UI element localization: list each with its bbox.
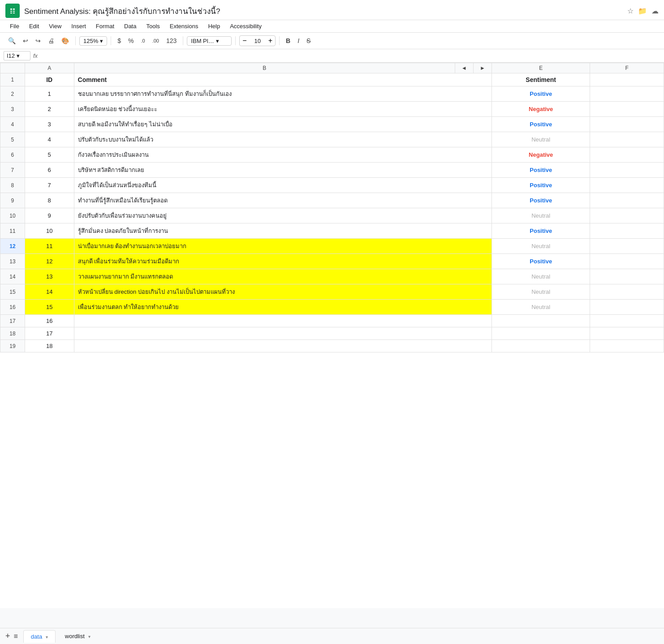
cell-f[interactable] xyxy=(590,340,664,352)
row-number[interactable]: 3 xyxy=(0,102,25,117)
table-row[interactable]: 98ทำงานที่นี่รู้สึกเหมือนได้เรียนรู้ตลอด… xyxy=(0,193,664,208)
cell-comment[interactable]: น่าเบื่อมากเลย ต้องทำงานนอกเวลาบ่อยมาก xyxy=(74,239,492,254)
font-size-decrease[interactable]: − xyxy=(240,36,249,46)
cell-f[interactable] xyxy=(590,223,664,239)
cell-sentiment[interactable]: Positive xyxy=(492,86,590,102)
cell-comment[interactable]: บริษัทฯ สวัสดิการดีมากเลย xyxy=(74,163,492,178)
cell-id[interactable]: 15 xyxy=(25,300,74,315)
cell-f[interactable] xyxy=(590,73,664,86)
cell-sentiment[interactable]: Neutral xyxy=(492,269,590,284)
cell-f[interactable] xyxy=(590,147,664,163)
formula-input[interactable] xyxy=(42,52,660,60)
row-number[interactable]: 14 xyxy=(0,269,25,284)
folder-icon[interactable]: 📁 xyxy=(638,7,647,15)
menu-help[interactable]: Help xyxy=(203,21,224,31)
cell-id[interactable]: 17 xyxy=(25,327,74,340)
table-row[interactable]: 1413วางแผนงานยากมาก มีงานแทรกตลอดNeutral xyxy=(0,269,664,284)
cell-f[interactable] xyxy=(590,254,664,269)
cell-f[interactable] xyxy=(590,300,664,315)
menu-format[interactable]: Format xyxy=(91,21,119,31)
cell-f[interactable] xyxy=(590,208,664,223)
row-number[interactable]: 12 xyxy=(0,239,25,254)
table-row[interactable]: 1615เพื่อนร่วมงานตลก ทำให้อยากทำงานด้วยN… xyxy=(0,300,664,315)
row-number[interactable]: 19 xyxy=(0,340,25,352)
table-row[interactable]: 1211น่าเบื่อมากเลย ต้องทำงานนอกเวลาบ่อยม… xyxy=(0,239,664,254)
col-header-arrow-left[interactable]: ◄ xyxy=(455,63,473,73)
table-row[interactable]: 87ภูมิใจที่ได้เป็นส่วนหนึ่งของทีมนี้Posi… xyxy=(0,178,664,193)
cell-comment[interactable] xyxy=(74,340,492,352)
cell-comment[interactable]: เพื่อนร่วมงานตลก ทำให้อยากทำงานด้วย xyxy=(74,300,492,315)
undo-button[interactable]: ↩ xyxy=(20,35,31,46)
cell-id[interactable]: 13 xyxy=(25,269,74,284)
menu-extensions[interactable]: Extensions xyxy=(165,21,203,31)
table-row[interactable]: 43สบายดี พอมีงานให้ทำเรื่อยๆ ไม่น่าเบื่อ… xyxy=(0,117,664,132)
cell-sentiment[interactable]: Positive xyxy=(492,223,590,239)
cell-sentiment[interactable]: Positive xyxy=(492,254,590,269)
cell-f[interactable] xyxy=(590,193,664,208)
star-icon[interactable]: ☆ xyxy=(627,7,634,15)
row-number[interactable]: 9 xyxy=(0,193,25,208)
number-format-button[interactable]: 123 xyxy=(164,35,179,46)
search-button[interactable]: 🔍 xyxy=(5,35,18,46)
menu-edit[interactable]: Edit xyxy=(25,21,43,31)
row-number[interactable]: 18 xyxy=(0,327,25,340)
zoom-selector[interactable]: 125% ▾ xyxy=(79,36,107,46)
cell-comment[interactable]: ทำงานที่นี่รู้สึกเหมือนได้เรียนรู้ตลอด xyxy=(74,193,492,208)
row-number[interactable]: 8 xyxy=(0,178,25,193)
table-row[interactable]: 32เครียดนิดหน่อย ช่วงนี้งานเยอะะNegative xyxy=(0,102,664,117)
table-row[interactable]: 1918 xyxy=(0,340,664,352)
cell-id[interactable]: 16 xyxy=(25,315,74,327)
cell-comment[interactable]: ภูมิใจที่ได้เป็นส่วนหนึ่งของทีมนี้ xyxy=(74,178,492,193)
cell-id[interactable]: 3 xyxy=(25,117,74,132)
row-number[interactable]: 4 xyxy=(0,117,25,132)
cell-comment[interactable]: ปรับตัวกับระบบงานใหม่ได้แล้ว xyxy=(74,132,492,147)
font-size-increase[interactable]: + xyxy=(266,36,275,46)
row-number[interactable]: 7 xyxy=(0,163,25,178)
menu-data[interactable]: Data xyxy=(120,21,141,31)
cell-comment[interactable]: สบายดี พอมีงานให้ทำเรื่อยๆ ไม่น่าเบื่อ xyxy=(74,117,492,132)
cell-sentiment[interactable]: Positive xyxy=(492,178,590,193)
cell-sentiment[interactable] xyxy=(492,327,590,340)
table-row[interactable]: 54ปรับตัวกับระบบงานใหม่ได้แล้วNeutral xyxy=(0,132,664,147)
cell-sentiment[interactable]: Sentiment xyxy=(492,73,590,86)
table-row[interactable]: 109ยังปรับตัวกับเพื่อนร่วมงานบางคนอยู่Ne… xyxy=(0,208,664,223)
cell-f[interactable] xyxy=(590,269,664,284)
row-number[interactable]: 17 xyxy=(0,315,25,327)
cell-id[interactable]: 18 xyxy=(25,340,74,352)
col-header-e[interactable]: E xyxy=(492,63,590,73)
cell-id[interactable]: 4 xyxy=(25,132,74,147)
table-row[interactable]: 1716 xyxy=(0,315,664,327)
cell-sentiment[interactable]: Neutral xyxy=(492,300,590,315)
cell-sentiment[interactable]: Positive xyxy=(492,193,590,208)
cell-comment[interactable] xyxy=(74,315,492,327)
cell-f[interactable] xyxy=(590,86,664,102)
table-row[interactable]: 21ชอบมากเลย บรรยากาศการทำงานที่นี่สนุก ท… xyxy=(0,86,664,102)
table-row[interactable]: 1817 xyxy=(0,327,664,340)
italic-button[interactable]: I xyxy=(295,35,302,46)
cell-f[interactable] xyxy=(590,327,664,340)
paint-format-button[interactable]: 🎨 xyxy=(59,35,72,46)
decimal-increase-button[interactable]: .00 xyxy=(150,36,162,45)
cell-id[interactable]: 9 xyxy=(25,208,74,223)
strikethrough-button[interactable]: S xyxy=(304,35,313,46)
cell-f[interactable] xyxy=(590,284,664,300)
font-selector[interactable]: IBM Pl… ▾ xyxy=(187,36,232,46)
cell-sentiment[interactable]: Positive xyxy=(492,117,590,132)
cell-id[interactable]: 10 xyxy=(25,223,74,239)
cell-reference-box[interactable]: I12 ▾ xyxy=(4,51,30,60)
menu-insert[interactable]: Insert xyxy=(67,21,91,31)
cell-sentiment[interactable]: Neutral xyxy=(492,208,590,223)
cell-id[interactable]: 1 xyxy=(25,86,74,102)
print-button[interactable]: 🖨 xyxy=(45,35,57,46)
cell-f[interactable] xyxy=(590,117,664,132)
row-number[interactable]: 13 xyxy=(0,254,25,269)
col-header-f[interactable]: F xyxy=(590,63,664,73)
menu-accessibility[interactable]: Accessibility xyxy=(225,21,266,31)
percent-button[interactable]: % xyxy=(125,35,136,46)
cell-comment[interactable] xyxy=(74,327,492,340)
cell-comment[interactable]: กังวลเรื่องการประเมินผลงาน xyxy=(74,147,492,163)
cell-comment[interactable]: วางแผนงานยากมาก มีงานแทรกตลอด xyxy=(74,269,492,284)
row-number[interactable]: 10 xyxy=(0,208,25,223)
row-number[interactable]: 16 xyxy=(0,300,25,315)
cell-sentiment[interactable]: Neutral xyxy=(492,284,590,300)
